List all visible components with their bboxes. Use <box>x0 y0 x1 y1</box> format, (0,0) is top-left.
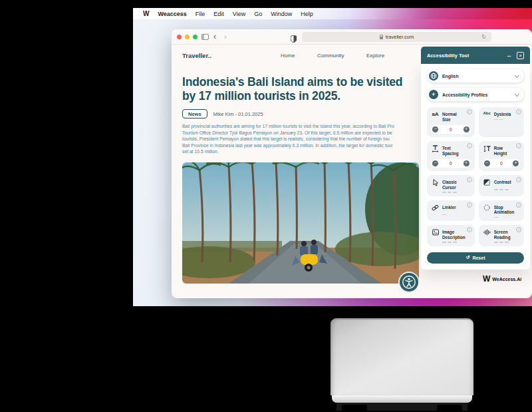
increase-button[interactable]: + <box>464 160 469 166</box>
lock-icon <box>380 37 383 39</box>
stepper-value: 0 <box>450 161 452 166</box>
level-dashes <box>494 242 520 243</box>
card-row-height[interactable]: i Row Height − 0 + <box>479 141 524 171</box>
card-stop-animation[interactable]: i Stop Animation <box>479 200 524 222</box>
info-icon[interactable]: i <box>516 202 521 208</box>
sidebar-toggle-icon[interactable] <box>201 34 209 40</box>
browser-window: ‹ › traveller.com ↻ Traveller.. Home Com… <box>172 29 532 298</box>
menu-go[interactable]: Go <box>254 11 262 17</box>
stepper-value: 0 <box>500 161 503 166</box>
info-icon[interactable]: i <box>516 143 521 148</box>
info-icon[interactable]: i <box>467 109 472 114</box>
zoom-window-button[interactable] <box>193 35 198 39</box>
article-byline: Mike Kim - 01.01.2025 <box>213 111 263 117</box>
info-icon[interactable]: i <box>516 227 521 232</box>
privacy-shield-icon[interactable] <box>291 33 297 45</box>
row-height-stepper: − 0 + <box>483 159 520 168</box>
nav-explore[interactable]: Explore <box>366 53 384 59</box>
card-contrast[interactable]: i Contrast <box>479 175 524 196</box>
menu-app-name[interactable]: Weaccess <box>158 11 186 17</box>
profiles-label: Accessibility Profiles <box>442 93 515 97</box>
decrease-button[interactable]: − <box>484 160 490 166</box>
resize-icon[interactable]: ↔ <box>506 52 512 59</box>
device-base <box>336 403 467 411</box>
screenshot-stage: W Weaccess File Edit View Go Window Help… <box>0 0 532 412</box>
card-normal-size[interactable]: i aA Normal Size − 0 + <box>427 107 475 137</box>
reset-icon: ↺ <box>466 255 470 260</box>
text-spacing-stepper: − 0 + <box>431 159 471 168</box>
profiles-select[interactable]: + Accessibility Profiles <box>427 88 524 101</box>
accessibility-panel: Accessibility Tool ↔ × English + Acce <box>421 47 530 270</box>
device-bottom-strip <box>332 395 472 403</box>
link-icon <box>431 204 440 212</box>
stop-animation-icon <box>483 204 491 212</box>
level-dashes <box>442 214 471 216</box>
weaccess-brand-icon: W <box>483 274 489 284</box>
globe-icon <box>429 71 438 81</box>
menu-help[interactable]: Help <box>301 11 313 17</box>
reset-button[interactable]: ↺ Reset <box>427 252 524 264</box>
card-text-spacing[interactable]: i Text Spacing − 0 + <box>427 141 475 171</box>
reload-icon[interactable]: ↻ <box>481 32 486 42</box>
desktop-wallpaper: W Weaccess File Edit View Go Window Help… <box>133 8 532 306</box>
address-bar[interactable]: traveller.com ↻ <box>302 32 491 42</box>
back-button[interactable]: ‹ <box>213 31 216 42</box>
level-dashes <box>494 119 520 120</box>
menu-window[interactable]: Window <box>271 11 292 17</box>
info-icon[interactable]: i <box>516 109 521 114</box>
minimize-window-button[interactable] <box>185 35 190 39</box>
options-grid: i aA Normal Size − 0 + <box>427 107 524 246</box>
card-image-description[interactable]: i Image Description <box>427 225 475 246</box>
close-icon[interactable]: × <box>517 52 524 59</box>
text-spacing-icon <box>431 145 440 154</box>
info-icon[interactable]: i <box>467 177 472 182</box>
language-select[interactable]: English <box>427 69 524 83</box>
device-body <box>331 318 473 395</box>
card-screen-reading[interactable]: i Screen Reading <box>479 225 524 246</box>
weaccess-logo-icon: W <box>143 10 149 17</box>
decrease-button[interactable]: − <box>432 126 438 132</box>
card-linkler[interactable]: i Linkler <box>427 200 475 222</box>
cursor-icon <box>431 179 440 188</box>
article-body: Bali provincial authorities are aiming f… <box>182 123 422 155</box>
image-icon <box>431 229 440 237</box>
nav-community[interactable]: Community <box>317 53 344 59</box>
panel-title: Accessibility Tool <box>427 53 506 59</box>
level-dashes <box>494 189 520 190</box>
card-classic-cursor[interactable]: i Classic Cursor <box>427 175 475 196</box>
chevron-down-icon <box>515 91 519 96</box>
menu-view[interactable]: View <box>233 11 245 17</box>
increase-button[interactable]: + <box>464 126 469 132</box>
menu-edit[interactable]: Edit <box>213 11 224 17</box>
card-dyslexia[interactable]: i Abc Dyslexia <box>479 107 524 137</box>
info-icon[interactable]: i <box>467 202 472 208</box>
level-dashes <box>442 192 471 193</box>
weaccess-brand-text: WeAccess.Ai <box>492 277 521 282</box>
dyslexia-icon: Abc <box>483 111 491 115</box>
normal-size-stepper: − 0 + <box>431 125 471 134</box>
screen-reading-icon <box>483 229 491 237</box>
font-size-icon: aA <box>431 111 440 117</box>
close-window-button[interactable] <box>177 35 182 39</box>
row-height-icon <box>483 145 491 154</box>
plus-icon: + <box>429 90 438 99</box>
url-text: traveller.com <box>386 34 414 40</box>
macos-menu-bar: W Weaccess File Edit View Go Window Help <box>133 8 532 19</box>
language-label: English <box>442 74 515 79</box>
menu-file[interactable]: File <box>196 11 205 17</box>
contrast-icon <box>483 179 491 187</box>
site-logo[interactable]: Traveller.. <box>182 52 211 59</box>
increase-button[interactable]: + <box>513 160 519 166</box>
article-photo <box>182 162 419 284</box>
stepper-value: 0 <box>450 127 452 132</box>
browser-toolbar: ‹ › traveller.com ↻ <box>172 29 532 45</box>
decrease-button[interactable]: − <box>432 160 438 166</box>
accessibility-widget-button[interactable] <box>400 273 418 292</box>
info-icon[interactable]: i <box>467 143 472 148</box>
nav-home[interactable]: Home <box>281 53 295 59</box>
forward-button[interactable]: › <box>224 31 227 42</box>
info-icon[interactable]: i <box>467 227 472 232</box>
chevron-down-icon <box>515 73 519 77</box>
news-badge: News <box>182 109 207 118</box>
info-icon[interactable]: i <box>516 177 521 182</box>
